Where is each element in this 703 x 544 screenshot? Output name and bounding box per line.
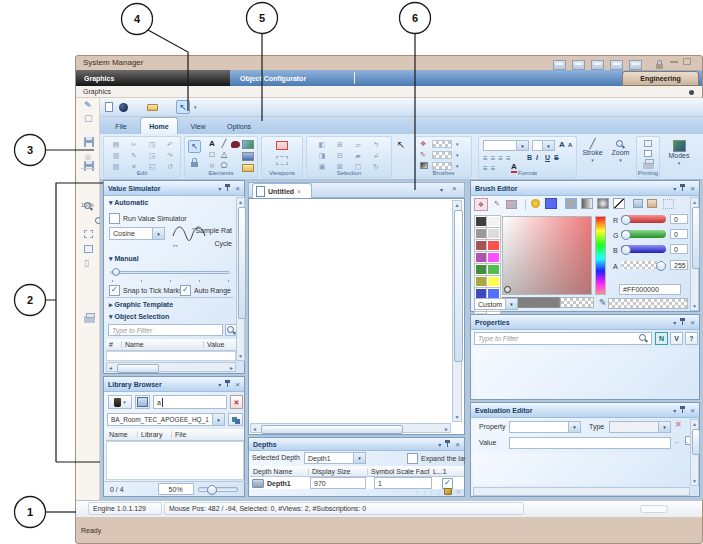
selection-tool-icon[interactable]: ◧ [313,139,331,150]
linear-gradient-type-icon[interactable] [581,198,593,209]
hscroll-thumb[interactable] [117,364,159,373]
pin-icon[interactable] [680,406,686,414]
color-swatch[interactable] [487,240,500,251]
printing-print-icon[interactable] [643,162,654,169]
brush-tool-icon[interactable] [231,141,240,148]
selection-tool-icon[interactable]: ↲ [367,150,385,161]
restore-icon[interactable] [683,58,691,65]
select-mode-icon[interactable]: ↖ [397,139,405,150]
color-swatch[interactable] [487,276,500,287]
brush-type-combo[interactable]: Custom▾ [474,298,518,310]
manual-section-header[interactable]: Manual [109,255,139,263]
stop-icon[interactable]: ⊗ [84,152,92,162]
manual-slider-thumb[interactable] [112,268,120,276]
scroll-right-icon[interactable]: ► [229,364,234,372]
fill-mode-button[interactable]: ❖ [474,198,488,211]
modes-button[interactable]: Modes [664,137,694,177]
hue-slider[interactable] [595,216,606,295]
depth-order-icon[interactable]: ↓ [428,489,435,496]
save-icon[interactable] [84,137,94,147]
alpha-value[interactable]: 255 [670,260,688,270]
panel-menu-icon[interactable] [218,185,221,192]
auto-range-row[interactable]: Auto Range [180,285,231,296]
library-list[interactable] [106,441,244,480]
property-combo[interactable]: ▾ [509,421,581,433]
pencil-tool-icon[interactable]: ✎ [84,100,92,110]
panel-menu-icon[interactable] [438,441,441,448]
filter-name-button[interactable]: N [655,332,668,345]
close-icon[interactable] [690,184,695,193]
new-document-icon[interactable]: ▢ [84,113,93,123]
engineering-button[interactable]: Engineering [622,71,699,86]
clear-search-button[interactable]: ✕ [230,395,243,409]
color-swatch[interactable] [487,228,500,239]
auto-range-checkbox[interactable] [180,285,191,296]
image-tool-icon[interactable] [242,140,254,149]
col-name[interactable]: Name [106,431,138,438]
snap-checkbox[interactable] [109,285,120,296]
status-grip[interactable] [640,505,668,513]
selection-tool-icon[interactable]: ⊞ [331,139,349,150]
solid-color-icon[interactable] [545,198,557,209]
library-view-button[interactable] [135,395,150,409]
depths-header[interactable]: Depths [249,438,464,451]
selection-tool-icon[interactable]: ▰ [349,150,367,161]
green-thumb[interactable] [621,230,631,240]
pin-icon[interactable] [680,184,686,192]
symbol-scale-input[interactable]: 1 [374,477,432,489]
layout-single-icon[interactable] [553,60,566,70]
viewport-region-icon[interactable] [276,156,288,165]
depth-order-icon[interactable]: ↑ [414,489,421,496]
align-icons[interactable]: ≡≡≡≡ [483,154,514,163]
zoom-button[interactable]: Zoom [608,137,633,177]
qat-pointer-icon[interactable]: ↖ [176,100,190,114]
prev-icon[interactable]: ← [674,438,681,445]
solid-brush-type-icon[interactable] [565,198,577,209]
panel-menu-icon[interactable] [218,381,221,388]
vscroll-thumb[interactable] [692,207,700,269]
col-symbol-scale[interactable]: Symbol Scale Factor [368,468,430,475]
depth-style-icon[interactable] [444,488,452,495]
depth-delete-icon[interactable]: × [456,487,461,496]
canvas-tab-untitled[interactable]: Untitled × [252,183,312,198]
triangle-tool-icon[interactable]: △ [218,150,230,159]
library-combo[interactable]: BA_Room_TEC_APOGEE_HQ_1▾ [107,413,225,426]
vscroll-thumb[interactable] [238,207,246,319]
display-size-input[interactable]: 970 [310,477,366,489]
green-value[interactable]: 0 [670,229,688,239]
filter-value-button[interactable]: V [670,332,683,345]
expand-layers-checkbox[interactable] [407,453,418,464]
scroll-down-icon[interactable]: ▼ [237,352,244,360]
ribbon-tab-home[interactable]: Home [140,117,178,134]
blue-slider[interactable] [621,245,666,253]
qat-new-icon[interactable] [105,102,113,112]
run-simulator-checkbox[interactable] [109,213,120,224]
blue-thumb[interactable] [621,245,631,255]
library-zoom-slider[interactable] [198,487,238,492]
scroll-left-icon[interactable]: ◄ [108,364,113,372]
italic-icon[interactable]: I [536,154,538,161]
red-value[interactable]: 0 [670,214,688,224]
depth-name-cell[interactable]: Depth1 [264,480,310,487]
selection-tool-icon[interactable]: ◨ [313,150,331,161]
col-display-size[interactable]: Display Size [309,468,368,475]
library-source-button[interactable]: ▾ [108,395,132,409]
stroke-brush-swatch[interactable] [432,151,452,159]
stroke-brush-icon[interactable]: ✎ [420,151,426,159]
edit-tool-icon[interactable]: ◲ [143,150,161,161]
library-table-header[interactable]: Name Library File [106,429,244,441]
panel-menu-icon[interactable] [673,319,676,326]
text-tool-icon[interactable]: A [206,139,218,148]
expand-layers-row[interactable]: Expand the layers colu [407,453,465,464]
scroll-up-icon[interactable]: ▲ [691,198,698,206]
properties-list[interactable] [473,348,699,399]
depth-row[interactable]: Depth1 970 1 [250,477,464,489]
select-region-icon[interactable] [84,230,93,238]
col-library[interactable]: Library [138,431,172,438]
canvas-hscrollbar[interactable]: ◄ ► [250,423,451,433]
polygon-tool-icon[interactable]: ⬠ [218,161,230,170]
properties-header[interactable]: Properties [471,315,699,330]
hex-color-input[interactable]: #FF000000 [619,284,681,295]
font-size-combo[interactable]: ▾ [532,140,555,151]
filter-help-button[interactable]: ? [685,332,698,345]
